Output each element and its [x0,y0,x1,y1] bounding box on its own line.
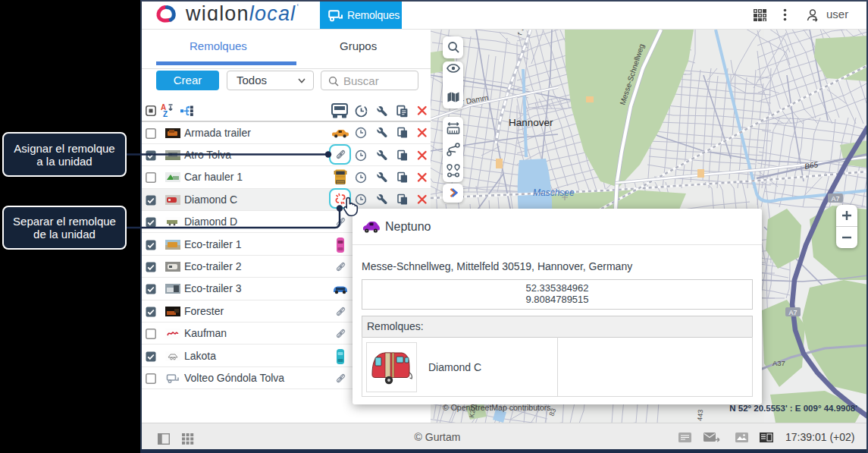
svg-text:443: 443 [696,409,704,421]
svg-text:A37: A37 [772,359,785,367]
svg-text:Maschsee: Maschsee [533,187,575,198]
svg-text:A7: A7 [831,195,839,203]
svg-text:A7: A7 [788,309,797,316]
svg-text:Hannover: Hannover [509,117,553,128]
svg-text:N 52° 20.5553' : E 009° 44.990: N 52° 20.5553' : E 009° 44.9908' [729,404,857,413]
